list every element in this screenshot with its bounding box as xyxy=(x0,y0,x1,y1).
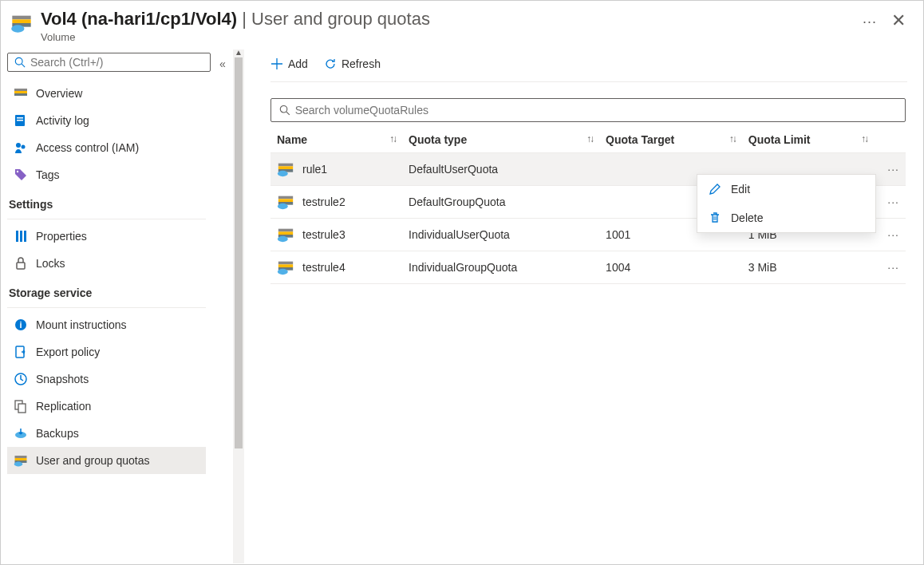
sort-icon[interactable]: ↑↓ xyxy=(586,133,593,144)
refresh-button-label: Refresh xyxy=(342,57,381,70)
sidebar-item-properties[interactable]: Properties xyxy=(7,223,206,250)
refresh-icon xyxy=(324,57,337,70)
row-more-button[interactable]: ··· xyxy=(874,153,906,186)
rule-type: DefaultUserQuota xyxy=(402,153,599,186)
context-menu-label: Delete xyxy=(731,211,763,224)
sidebar-item-label: Snapshots xyxy=(36,373,89,385)
sidebar-item-snapshots[interactable]: Snapshots xyxy=(7,365,206,393)
replication-icon xyxy=(14,399,28,413)
scroll-up-icon[interactable]: ▲ xyxy=(233,48,244,57)
sidebar-item-label: Locks xyxy=(36,257,65,270)
access-control-icon xyxy=(14,140,28,155)
svg-rect-16 xyxy=(20,231,22,242)
sidebar-item-locks[interactable]: Locks xyxy=(7,250,206,277)
add-button[interactable]: Add xyxy=(270,57,308,70)
rule-name: testrule4 xyxy=(302,261,346,274)
svg-point-4 xyxy=(15,57,22,65)
sidebar-item-replication[interactable]: Replication xyxy=(7,393,206,420)
mount-icon: i xyxy=(14,318,28,332)
plus-icon xyxy=(270,57,283,70)
sidebar-item-export-policy[interactable]: Export policy xyxy=(7,338,206,365)
tags-icon xyxy=(14,168,28,182)
svg-rect-15 xyxy=(16,231,18,242)
svg-rect-18 xyxy=(17,263,25,269)
sidebar-scrollbar[interactable]: ▲ xyxy=(233,49,244,563)
column-header-quota-type[interactable]: Quota type↑↓ xyxy=(402,127,599,153)
properties-icon xyxy=(14,229,28,243)
column-header-quota-target[interactable]: Quota Target↑↓ xyxy=(599,127,742,153)
column-header-quota-limit[interactable]: Quota Limit↑↓ xyxy=(742,127,874,153)
svg-rect-11 xyxy=(17,120,23,121)
backups-icon xyxy=(14,426,28,441)
sidebar-item-overview[interactable]: Overview xyxy=(7,80,206,107)
rule-name: testrule3 xyxy=(302,228,346,241)
sidebar-item-label: Access control (IAM) xyxy=(36,141,139,154)
page-header: Vol4 (na-hari1/cp1/Vol4) | User and grou… xyxy=(1,1,923,49)
column-header-name[interactable]: Name↑↓ xyxy=(270,127,402,153)
sidebar-item-label: User and group quotas xyxy=(36,454,149,467)
title-section: User and group quotas xyxy=(251,9,430,29)
sort-icon[interactable]: ↑↓ xyxy=(729,133,736,144)
add-button-label: Add xyxy=(288,57,308,70)
sidebar-item-tags[interactable]: Tags xyxy=(7,161,206,188)
delete-icon xyxy=(709,211,721,224)
sidebar: Overview Activity log Access control (IA… xyxy=(1,49,212,563)
svg-text:i: i xyxy=(19,320,22,330)
divider xyxy=(7,219,206,219)
context-menu-edit[interactable]: Edit xyxy=(697,175,875,203)
divider xyxy=(7,307,206,308)
quota-rules-search-input[interactable] xyxy=(295,104,897,117)
title-main: Vol4 (na-hari1/cp1/Vol4) xyxy=(41,9,237,29)
table-row[interactable]: testrule4 IndividualGroupQuota 1004 3 Mi… xyxy=(270,251,906,284)
svg-rect-8 xyxy=(14,93,27,96)
overview-icon xyxy=(14,86,28,101)
search-icon xyxy=(279,105,290,116)
sidebar-group-storage-service: Storage service xyxy=(7,277,206,304)
sidebar-search[interactable] xyxy=(7,53,211,72)
svg-point-26 xyxy=(280,105,287,113)
sidebar-search-input[interactable] xyxy=(30,56,203,69)
sidebar-item-mount-instructions[interactable]: i Mount instructions xyxy=(7,311,206,338)
svg-rect-24 xyxy=(18,404,26,413)
svg-point-14 xyxy=(17,171,18,172)
rule-name: testrule2 xyxy=(302,196,346,208)
svg-point-13 xyxy=(22,145,26,149)
search-icon xyxy=(14,57,26,68)
sort-icon[interactable]: ↑↓ xyxy=(861,133,867,144)
svg-rect-17 xyxy=(24,231,26,242)
sidebar-item-label: Replication xyxy=(36,400,91,413)
header-more-button[interactable]: ··· xyxy=(853,14,886,30)
sidebar-item-label: Overview xyxy=(36,87,82,100)
row-more-button[interactable]: ··· xyxy=(874,251,906,284)
sidebar-item-label: Activity log xyxy=(36,114,89,127)
snapshots-icon xyxy=(14,372,28,386)
context-menu-delete[interactable]: Delete xyxy=(697,203,875,232)
sidebar-item-access-control[interactable]: Access control (IAM) xyxy=(7,134,206,161)
sidebar-item-user-group-quotas[interactable]: User and group quotas xyxy=(7,447,206,474)
sidebar-collapse-button[interactable]: « xyxy=(212,49,233,563)
scroll-thumb[interactable] xyxy=(235,57,243,448)
svg-rect-7 xyxy=(14,91,27,93)
activity-log-icon xyxy=(14,113,28,128)
quota-rules-search[interactable] xyxy=(270,98,906,122)
quota-rule-icon xyxy=(277,259,294,276)
volume-resource-icon xyxy=(10,12,33,34)
page-title: Vol4 (na-hari1/cp1/Vol4) | User and grou… xyxy=(41,9,853,30)
svg-line-5 xyxy=(22,64,25,67)
sort-icon[interactable]: ↑↓ xyxy=(389,133,396,144)
sidebar-item-activity-log[interactable]: Activity log xyxy=(7,107,206,134)
row-context-menu: Edit Delete xyxy=(697,174,876,233)
refresh-button[interactable]: Refresh xyxy=(324,57,381,70)
row-more-button[interactable]: ··· xyxy=(874,186,906,219)
sidebar-group-settings: Settings xyxy=(7,188,206,215)
sidebar-item-label: Properties xyxy=(36,230,87,243)
close-button[interactable]: ✕ xyxy=(886,9,910,33)
svg-rect-10 xyxy=(17,117,23,119)
main-content: Add Refresh Name↑↓ Quota type↑↓ Quota Ta… xyxy=(248,49,923,563)
row-more-button[interactable]: ··· xyxy=(874,219,906,251)
quotas-icon xyxy=(14,453,28,468)
rule-target: 1004 xyxy=(599,251,742,284)
sidebar-item-label: Mount instructions xyxy=(36,318,127,331)
rule-type: IndividualGroupQuota xyxy=(402,251,599,284)
sidebar-item-backups[interactable]: Backups xyxy=(7,420,206,447)
